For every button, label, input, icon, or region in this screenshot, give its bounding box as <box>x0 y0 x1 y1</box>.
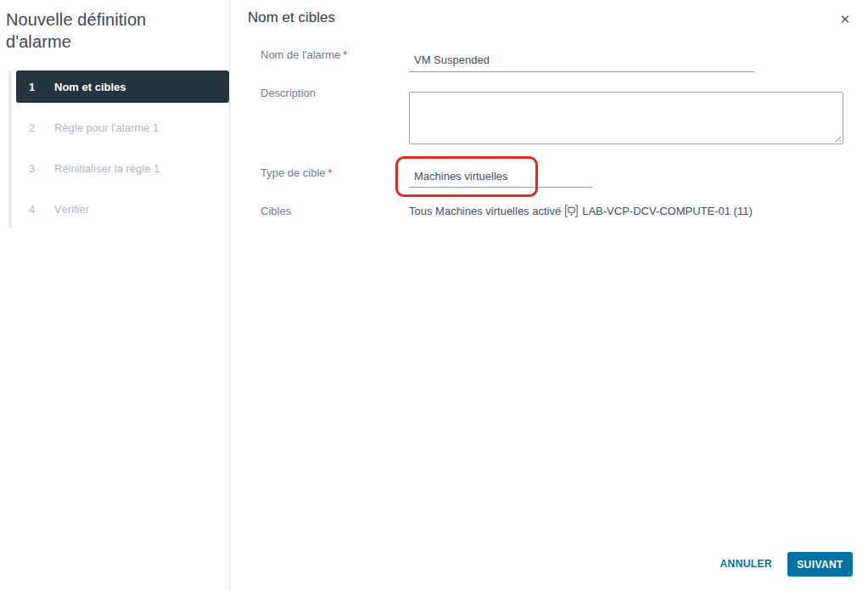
targets-value-prefix: Tous Machines virtuelles activé <box>409 205 561 217</box>
description-label: Description <box>260 87 316 99</box>
cancel-button[interactable]: ANNULER <box>720 558 772 570</box>
description-textarea[interactable] <box>409 92 843 144</box>
step-number: 2 <box>29 121 41 134</box>
target-type-select[interactable]: Machines virtuelles <box>409 166 592 188</box>
step-rail <box>8 70 12 228</box>
alarm-name-label-text: Nom de l'alarme <box>260 48 340 61</box>
required-marker: * <box>328 166 333 179</box>
step-label: Règle pour l'alarme 1 <box>54 121 159 134</box>
targets-value: Tous Machines virtuelles activé LAB-VCP-… <box>409 205 753 217</box>
alarm-name-input[interactable] <box>409 50 754 72</box>
page-title: Nom et cibles <box>248 9 335 26</box>
step-number: 3 <box>29 162 41 175</box>
vm-icon <box>565 205 578 217</box>
target-type-label: Type de cible* <box>260 166 333 179</box>
description-field-wrap <box>409 92 843 144</box>
wizard-step-3-reinitialiser-regle[interactable]: 3 Réinitialiser la règle 1 <box>16 152 229 184</box>
targets-label: Cibles <box>260 205 291 217</box>
wizard-step-2-regle-alarme[interactable]: 2 Règle pour l'alarme 1 <box>16 111 229 144</box>
wizard-step-4-verifier[interactable]: 4 Vérifier <box>16 193 229 225</box>
dialog-title: Nouvelle définition d'alarme <box>6 8 210 53</box>
step-label: Nom et cibles <box>54 81 126 93</box>
wizard-content-panel: Nom et cibles ✕ Nom de l'alarme* Descrip… <box>229 0 868 591</box>
next-button[interactable]: SUIVANT <box>787 552 853 577</box>
step-label: Réinitialiser la règle 1 <box>54 162 160 175</box>
wizard-step-1-nom-et-cibles[interactable]: 1 Nom et cibles <box>16 70 229 103</box>
close-icon[interactable]: ✕ <box>837 11 854 28</box>
targets-value-suffix: LAB-VCP-DCV-COMPUTE-01 (11) <box>582 205 753 217</box>
target-type-label-text: Type de cible <box>260 166 326 179</box>
wizard-sidebar: Nouvelle définition d'alarme 1 Nom et ci… <box>0 0 229 591</box>
step-number: 1 <box>29 81 41 93</box>
required-marker: * <box>343 48 347 61</box>
step-number: 4 <box>29 203 41 216</box>
alarm-name-label: Nom de l'alarme* <box>260 48 347 61</box>
step-label: Vérifier <box>54 203 89 216</box>
